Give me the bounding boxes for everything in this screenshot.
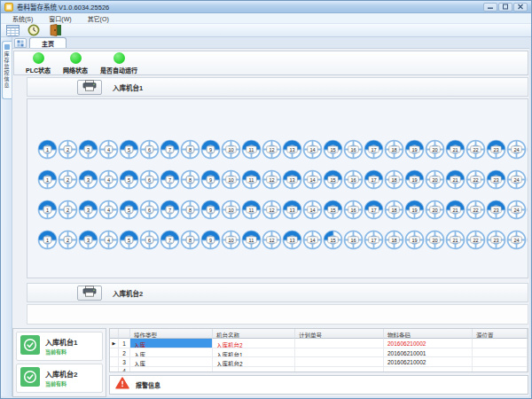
svg-text:1: 1 [45,237,48,242]
roll-slot-r4-10: 10 [221,230,241,250]
column-header[interactable]: 源位置 [473,329,528,339]
section-header-machine2: 入库机台2 [27,283,528,302]
roll-slot-r2-21: 21 [445,169,466,190]
table-cell[interactable] [473,367,528,372]
svg-text:4: 4 [106,176,109,182]
section-title-machine1: 入库机台1 [113,82,143,92]
roll-slot-r4-13: 13 [282,230,302,250]
table-cell[interactable]: 201606210002 [384,357,473,367]
tab-list-button[interactable] [14,38,27,48]
operations-table: 操作类型机台名称计划单号物料条码源位置▶1入库入库机台2201606210002… [110,329,528,372]
table-cell[interactable]: 入库 [130,348,213,358]
svg-text:22: 22 [473,146,478,152]
machine-card-1[interactable]: 入库机台1当前有料 [16,332,103,361]
menu-item-1[interactable]: 系统(S) [4,14,41,23]
roll-slot-r4-7: 7 [160,230,180,250]
table-cell[interactable] [473,339,528,348]
table-cell[interactable] [295,367,384,372]
print-button-machine2[interactable] [77,286,102,301]
roll-slot-r1-13: 13 [282,139,302,160]
svg-text:7: 7 [168,207,170,212]
roll-slot-r3-25: 25 [527,200,529,220]
maximize-button[interactable] [498,3,512,12]
svg-text:13: 13 [289,146,294,152]
menu-item-3[interactable]: 其它(O) [80,14,117,23]
table-cell[interactable]: 入库机台2 [213,339,295,348]
table-cell[interactable]: 入库机台1 [213,348,295,358]
roll-slot-r4-12: 12 [262,230,282,250]
table-cell[interactable] [213,367,295,372]
machine-card-2[interactable]: 入库机台2当前有料 [16,364,103,393]
alarm-info-bar[interactable]: 报警信息 [109,375,528,395]
clock-button[interactable] [25,24,43,36]
status-label: 网络状态 [63,66,88,74]
svg-text:5: 5 [127,207,129,212]
svg-text:24: 24 [513,207,519,212]
roll-slot-r1-8: 8 [180,139,200,160]
table-cell[interactable] [295,339,384,348]
svg-text:22: 22 [473,207,478,212]
svg-text:18: 18 [391,176,396,182]
svg-text:8: 8 [188,146,191,152]
table-cell[interactable] [295,348,384,358]
operations-table-panel: 操作类型机台名称计划单号物料条码源位置▶1入库入库机台2201606210002… [109,328,528,372]
dock-panel-icon [4,44,10,50]
table-cell[interactable] [384,367,473,372]
roll-slot-r4-5: 5 [119,230,139,250]
roll-slot-r1-16: 16 [343,139,364,160]
roll-slot-r3-18: 18 [384,200,404,220]
roll-slot-r3-14: 14 [302,200,323,220]
roll-slot-r4-15: 15 [323,230,343,250]
table-cell[interactable] [473,348,528,358]
minimize-button[interactable] [483,3,497,12]
table-cell[interactable]: 入库机台2 [213,357,295,367]
column-header[interactable]: 机台名称 [213,329,295,339]
roll-slot-r4-25: 25 [527,230,529,250]
table-cell[interactable] [473,357,528,367]
roll-slot-r1-22: 22 [466,139,486,160]
svg-text:13: 13 [289,207,294,212]
roll-slot-r4-17: 17 [364,230,384,250]
calendar-button[interactable] [4,24,21,36]
print-button-machine1[interactable] [77,80,102,95]
table-cell[interactable]: 201606210002 [384,339,473,348]
roll-slot-r3-12: 12 [262,200,282,220]
table-cell[interactable]: 入库 [130,357,213,367]
tab-home[interactable]: 主页 [29,37,66,48]
column-header[interactable]: 操作类型 [130,329,213,339]
sidebar-collapsed-tab[interactable]: 库存监控信息 [2,41,12,99]
table-cell[interactable]: 入库 [130,339,213,348]
roll-slot-r4-20: 20 [425,230,445,250]
roll-slot-r1-20: 20 [425,139,445,160]
roll-slot-r1-5: 5 [119,139,139,160]
roll-storage-grid-machine2 [27,304,528,325]
svg-text:23: 23 [493,146,498,152]
status-dot [113,52,125,64]
table-cell[interactable] [295,357,384,367]
roll-slot-r4-24: 24 [506,230,527,250]
exit-door-button[interactable] [46,24,64,36]
window-title: 卷料暂存系统 V1.0.6034.25526 [17,2,109,12]
column-header[interactable]: 物料条码 [384,329,473,339]
check-icon [20,367,40,390]
svg-text:5: 5 [127,146,129,152]
table-cell[interactable]: 201606210001 [384,348,473,358]
close-button[interactable] [513,3,528,12]
table-cell[interactable] [130,367,213,372]
row-marker: ▶ [110,339,119,348]
roll-slot-r2-12: 12 [262,169,282,190]
svg-text:15: 15 [330,176,335,182]
roll-slot-r2-13: 13 [282,169,302,190]
roll-slot-r3-15: 15 [323,200,343,220]
svg-text:21: 21 [452,176,458,182]
svg-text:2: 2 [66,146,68,152]
roll-slot-r3-2: 2 [58,200,78,220]
column-header[interactable]: 计划单号 [295,329,384,339]
app-window: 卷料暂存系统 V1.0.6034.25526 系统(S)窗口(W)其它(O) 主… [0,0,532,399]
svg-text:7: 7 [168,146,170,152]
svg-text:11: 11 [248,146,254,152]
menu-item-2[interactable]: 窗口(W) [41,14,79,23]
printer-icon [82,285,97,301]
roll-slot-r3-1: 1 [37,200,58,220]
svg-text:12: 12 [269,207,274,212]
